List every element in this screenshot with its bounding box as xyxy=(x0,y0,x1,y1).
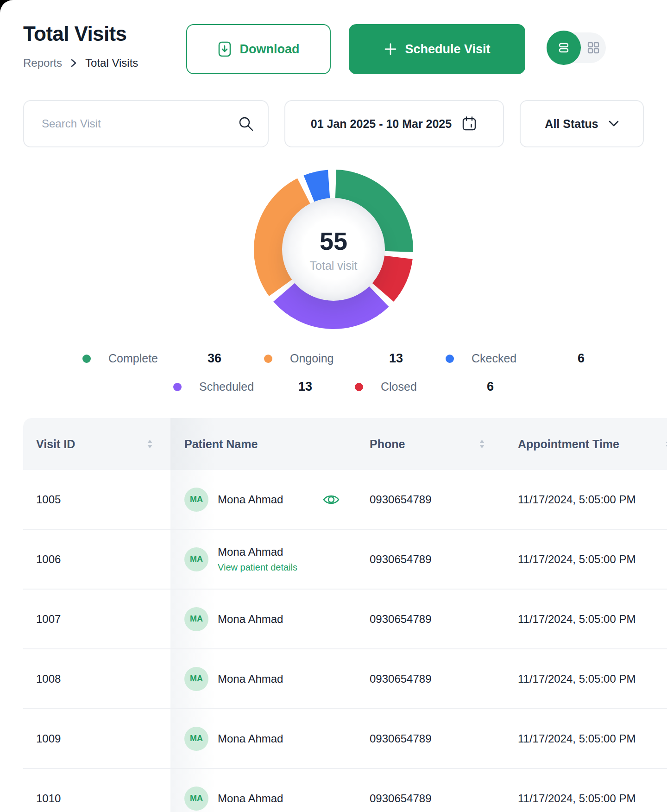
table-row: 1010 MA Mona Ahmad 0930654789 11/17/2024… xyxy=(23,769,667,812)
sort-icon[interactable] xyxy=(665,439,667,449)
legend-value: 13 xyxy=(298,380,312,394)
phone-cell: 0930654789 xyxy=(356,792,495,805)
patient-name: Mona Ahmad xyxy=(218,546,297,558)
grid-icon xyxy=(586,41,600,55)
calendar-icon xyxy=(461,115,478,132)
avatar: MA xyxy=(184,727,208,751)
donut-segment-ckecked xyxy=(309,184,329,189)
donut-segment-closed xyxy=(383,257,398,292)
avatar: MA xyxy=(184,547,208,571)
patient-cell: MA Mona Ahmad xyxy=(170,649,356,708)
legend-dot xyxy=(446,355,454,363)
total-visit-value: 55 xyxy=(320,227,347,255)
patient-cell: MA Mona Ahmad View patient details xyxy=(170,530,356,589)
page-title: Total Visits xyxy=(23,22,186,45)
phone-cell: 0930654789 xyxy=(356,613,495,626)
avatar: MA xyxy=(184,667,208,691)
search-icon[interactable] xyxy=(237,115,255,133)
phone-cell: 0930654789 xyxy=(356,553,495,566)
sort-icon[interactable] xyxy=(147,439,153,449)
breadcrumb-item-reports[interactable]: Reports xyxy=(23,57,62,70)
eye-icon[interactable] xyxy=(322,493,340,507)
legend-value: 13 xyxy=(389,351,403,366)
status-filter[interactable]: All Status xyxy=(520,100,644,147)
view-toggle xyxy=(547,32,606,63)
legend-label: Scheduled xyxy=(199,380,298,393)
legend-row: Complete 36 Ongoing 13 Ckecked 6 xyxy=(0,351,667,366)
legend-item: Complete 36 xyxy=(82,351,221,366)
sort-icon[interactable] xyxy=(479,439,485,449)
appointment-time-cell: 11/17/2024, 5:05:00 PM xyxy=(495,672,667,685)
visit-id-cell: 1010 xyxy=(23,792,170,805)
chart-area: 55 Total visit xyxy=(0,168,667,331)
phone-cell: 0930654789 xyxy=(356,493,495,506)
phone-cell: 0930654789 xyxy=(356,732,495,745)
legend-value: 6 xyxy=(487,380,494,394)
donut-center: 55 Total visit xyxy=(282,198,385,301)
legend-dot xyxy=(173,383,182,391)
chevron-down-icon xyxy=(609,121,619,127)
avatar: MA xyxy=(184,607,208,631)
chart-legend: Complete 36 Ongoing 13 Ckecked 6 Schedul… xyxy=(0,351,667,394)
header-cell-phone: Phone xyxy=(356,438,495,451)
table-row: 1008 MA Mona Ahmad 0930654789 11/17/2024… xyxy=(23,649,667,709)
header-cell-patient-name: Patient Name xyxy=(170,418,356,470)
legend-dot xyxy=(355,383,363,391)
header-cell-label: Patient Name xyxy=(184,438,258,451)
patient-name: Mona Ahmad xyxy=(218,672,283,685)
appointment-time-cell: 11/17/2024, 5:05:00 PM xyxy=(495,553,667,566)
total-visits-page: Total Visits Reports Total Visits Downlo… xyxy=(0,0,667,812)
legend-row: Scheduled 13 Closed 6 xyxy=(0,380,667,394)
patient-name: Mona Ahmad xyxy=(218,613,283,626)
header-cell-appointment-time: Appointment Time xyxy=(495,438,667,451)
legend-label: Complete xyxy=(108,352,208,365)
visit-id-cell: 1006 xyxy=(23,553,170,566)
total-visit-label: Total visit xyxy=(310,259,358,273)
topbar: Total Visits Reports Total Visits Downlo… xyxy=(23,22,606,74)
download-label: Download xyxy=(240,42,300,57)
visit-id-cell: 1007 xyxy=(23,613,170,626)
schedule-visit-button[interactable]: Schedule Visit xyxy=(349,24,525,74)
list-view-button[interactable] xyxy=(547,31,581,65)
appointment-time-cell: 11/17/2024, 5:05:00 PM xyxy=(495,493,667,506)
appointment-time-cell: 11/17/2024, 5:05:00 PM xyxy=(495,792,667,805)
visit-id-cell: 1009 xyxy=(23,732,170,745)
legend-label: Closed xyxy=(381,380,487,393)
legend-item: Ongoing 13 xyxy=(264,351,403,366)
table-row: 1009 MA Mona Ahmad 0930654789 11/17/2024… xyxy=(23,709,667,769)
search-field xyxy=(23,100,269,147)
legend-item: Ckecked 6 xyxy=(446,351,585,366)
search-input[interactable] xyxy=(24,101,268,146)
grid-view-button[interactable] xyxy=(586,41,600,55)
date-range-label: 01 Jan 2025 - 10 Mar 2025 xyxy=(311,117,452,131)
title-block: Total Visits Reports Total Visits xyxy=(23,22,186,70)
avatar: MA xyxy=(184,787,208,811)
plus-icon xyxy=(384,42,397,56)
patient-name: Mona Ahmad xyxy=(218,493,283,506)
legend-item: Scheduled 13 xyxy=(173,380,312,394)
header-cell-label: Visit ID xyxy=(36,438,75,451)
legend-label: Ckecked xyxy=(472,352,578,365)
legend-item: Closed 6 xyxy=(355,380,494,394)
view-patient-details-link[interactable]: View patient details xyxy=(218,562,297,573)
schedule-visit-label: Schedule Visit xyxy=(405,42,490,57)
patient-name: Mona Ahmad xyxy=(218,792,283,805)
legend-label: Ongoing xyxy=(290,352,389,365)
list-icon xyxy=(557,41,571,55)
status-filter-label: All Status xyxy=(545,117,598,131)
table-row: 1006 MA Mona Ahmad View patient details … xyxy=(23,530,667,590)
download-button[interactable]: Download xyxy=(186,24,331,74)
table-row: 1007 MA Mona Ahmad 0930654789 11/17/2024… xyxy=(23,590,667,649)
header-cell-label: Appointment Time xyxy=(518,438,619,451)
phone-cell: 0930654789 xyxy=(356,672,495,685)
patient-cell: MA Mona Ahmad xyxy=(170,709,356,768)
date-range-picker[interactable]: 01 Jan 2025 - 10 Mar 2025 xyxy=(284,100,504,147)
legend-value: 6 xyxy=(578,351,585,366)
appointment-time-cell: 11/17/2024, 5:05:00 PM xyxy=(495,613,667,626)
table-row: 1005 MA Mona Ahmad 0930654789 11/17/2024… xyxy=(23,470,667,530)
table-header: Visit ID Patient Name Phone Appointment … xyxy=(23,418,667,470)
filters-bar: 01 Jan 2025 - 10 Mar 2025 All Status xyxy=(23,100,644,147)
patient-cell: MA Mona Ahmad xyxy=(170,470,356,529)
breadcrumb: Reports Total Visits xyxy=(23,57,186,70)
download-icon xyxy=(218,41,232,57)
